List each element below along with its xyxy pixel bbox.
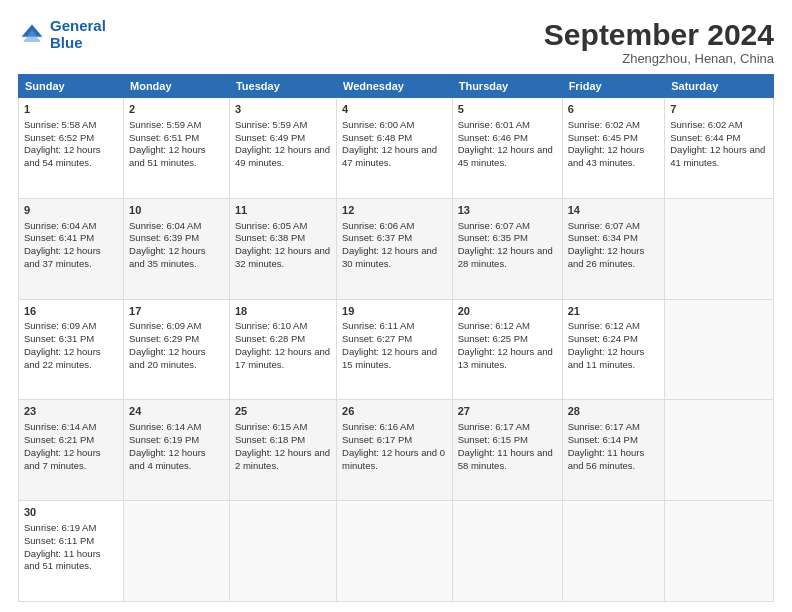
logo-icon (18, 21, 46, 49)
sunrise-label: Sunrise: 6:09 AM (129, 320, 201, 331)
col-header-friday: Friday (562, 75, 665, 98)
calendar-cell: 7Sunrise: 6:02 AMSunset: 6:44 PMDaylight… (665, 98, 774, 199)
calendar-cell: 11Sunrise: 6:05 AMSunset: 6:38 PMDayligh… (229, 198, 336, 299)
sunrise-label: Sunrise: 6:17 AM (458, 421, 530, 432)
sunset-label: Sunset: 6:17 PM (342, 434, 412, 445)
calendar-cell: 1Sunrise: 5:58 AMSunset: 6:52 PMDaylight… (19, 98, 124, 199)
calendar-cell: 27Sunrise: 6:17 AMSunset: 6:15 PMDayligh… (452, 400, 562, 501)
calendar-cell: 25Sunrise: 6:15 AMSunset: 6:18 PMDayligh… (229, 400, 336, 501)
sunrise-label: Sunrise: 6:04 AM (129, 220, 201, 231)
sunrise-label: Sunrise: 6:00 AM (342, 119, 414, 130)
sunrise-label: Sunrise: 6:09 AM (24, 320, 96, 331)
day-number: 19 (342, 304, 447, 319)
col-header-sunday: Sunday (19, 75, 124, 98)
sunrise-label: Sunrise: 6:07 AM (568, 220, 640, 231)
day-number: 16 (24, 304, 118, 319)
day-number: 23 (24, 404, 118, 419)
sunset-label: Sunset: 6:21 PM (24, 434, 94, 445)
sunset-label: Sunset: 6:25 PM (458, 333, 528, 344)
calendar-cell (337, 501, 453, 602)
day-number: 7 (670, 102, 768, 117)
day-number: 11 (235, 203, 331, 218)
calendar-cell: 17Sunrise: 6:09 AMSunset: 6:29 PMDayligh… (124, 299, 230, 400)
header-row: SundayMondayTuesdayWednesdayThursdayFrid… (19, 75, 774, 98)
calendar-cell (452, 501, 562, 602)
sunrise-label: Sunrise: 5:58 AM (24, 119, 96, 130)
calendar-cell (665, 400, 774, 501)
daylight-label: Daylight: 12 hours and 51 minutes. (129, 144, 206, 168)
week-row-3: 16Sunrise: 6:09 AMSunset: 6:31 PMDayligh… (19, 299, 774, 400)
sunset-label: Sunset: 6:44 PM (670, 132, 740, 143)
day-number: 6 (568, 102, 660, 117)
day-number: 28 (568, 404, 660, 419)
sunset-label: Sunset: 6:49 PM (235, 132, 305, 143)
daylight-label: Daylight: 12 hours and 11 minutes. (568, 346, 645, 370)
day-number: 12 (342, 203, 447, 218)
col-header-monday: Monday (124, 75, 230, 98)
calendar-cell (562, 501, 665, 602)
daylight-label: Daylight: 12 hours and 0 minutes. (342, 447, 445, 471)
sunrise-label: Sunrise: 6:11 AM (342, 320, 414, 331)
day-number: 2 (129, 102, 224, 117)
daylight-label: Daylight: 12 hours and 2 minutes. (235, 447, 330, 471)
calendar-cell: 24Sunrise: 6:14 AMSunset: 6:19 PMDayligh… (124, 400, 230, 501)
sunset-label: Sunset: 6:27 PM (342, 333, 412, 344)
calendar-cell: 16Sunrise: 6:09 AMSunset: 6:31 PMDayligh… (19, 299, 124, 400)
sunrise-label: Sunrise: 6:12 AM (458, 320, 530, 331)
day-number: 18 (235, 304, 331, 319)
daylight-label: Daylight: 12 hours and 28 minutes. (458, 245, 553, 269)
daylight-label: Daylight: 12 hours and 30 minutes. (342, 245, 437, 269)
col-header-wednesday: Wednesday (337, 75, 453, 98)
daylight-label: Daylight: 11 hours and 56 minutes. (568, 447, 645, 471)
sunset-label: Sunset: 6:48 PM (342, 132, 412, 143)
calendar-cell (665, 198, 774, 299)
daylight-label: Daylight: 12 hours and 43 minutes. (568, 144, 645, 168)
calendar-cell: 26Sunrise: 6:16 AMSunset: 6:17 PMDayligh… (337, 400, 453, 501)
calendar-cell: 6Sunrise: 6:02 AMSunset: 6:45 PMDaylight… (562, 98, 665, 199)
col-header-tuesday: Tuesday (229, 75, 336, 98)
day-number: 25 (235, 404, 331, 419)
logo-line2: Blue (50, 34, 83, 51)
title-block: September 2024 Zhengzhou, Henan, China (544, 18, 774, 66)
day-number: 1 (24, 102, 118, 117)
sunset-label: Sunset: 6:45 PM (568, 132, 638, 143)
page: General Blue September 2024 Zhengzhou, H… (0, 0, 792, 612)
calendar-cell: 30Sunrise: 6:19 AMSunset: 6:11 PMDayligh… (19, 501, 124, 602)
sunrise-label: Sunrise: 5:59 AM (129, 119, 201, 130)
daylight-label: Daylight: 12 hours and 20 minutes. (129, 346, 206, 370)
sunrise-label: Sunrise: 6:14 AM (129, 421, 201, 432)
logo: General Blue (18, 18, 106, 51)
daylight-label: Daylight: 11 hours and 51 minutes. (24, 548, 101, 572)
day-number: 4 (342, 102, 447, 117)
sunrise-label: Sunrise: 6:17 AM (568, 421, 640, 432)
sunrise-label: Sunrise: 5:59 AM (235, 119, 307, 130)
sunset-label: Sunset: 6:15 PM (458, 434, 528, 445)
day-number: 30 (24, 505, 118, 520)
daylight-label: Daylight: 12 hours and 15 minutes. (342, 346, 437, 370)
daylight-label: Daylight: 12 hours and 37 minutes. (24, 245, 101, 269)
logo-text: General Blue (50, 18, 106, 51)
calendar-cell: 13Sunrise: 6:07 AMSunset: 6:35 PMDayligh… (452, 198, 562, 299)
day-number: 21 (568, 304, 660, 319)
calendar-cell (229, 501, 336, 602)
logo-line1: General (50, 17, 106, 34)
day-number: 14 (568, 203, 660, 218)
daylight-label: Daylight: 12 hours and 22 minutes. (24, 346, 101, 370)
daylight-label: Daylight: 12 hours and 7 minutes. (24, 447, 101, 471)
calendar-cell: 20Sunrise: 6:12 AMSunset: 6:25 PMDayligh… (452, 299, 562, 400)
sunrise-label: Sunrise: 6:05 AM (235, 220, 307, 231)
day-number: 13 (458, 203, 557, 218)
calendar-cell (665, 299, 774, 400)
daylight-label: Daylight: 12 hours and 54 minutes. (24, 144, 101, 168)
daylight-label: Daylight: 12 hours and 32 minutes. (235, 245, 330, 269)
sunset-label: Sunset: 6:46 PM (458, 132, 528, 143)
sunset-label: Sunset: 6:14 PM (568, 434, 638, 445)
calendar-cell: 9Sunrise: 6:04 AMSunset: 6:41 PMDaylight… (19, 198, 124, 299)
sunrise-label: Sunrise: 6:07 AM (458, 220, 530, 231)
sunset-label: Sunset: 6:37 PM (342, 232, 412, 243)
col-header-saturday: Saturday (665, 75, 774, 98)
sunrise-label: Sunrise: 6:02 AM (568, 119, 640, 130)
sunrise-label: Sunrise: 6:14 AM (24, 421, 96, 432)
daylight-label: Daylight: 12 hours and 17 minutes. (235, 346, 330, 370)
calendar-cell: 3Sunrise: 5:59 AMSunset: 6:49 PMDaylight… (229, 98, 336, 199)
